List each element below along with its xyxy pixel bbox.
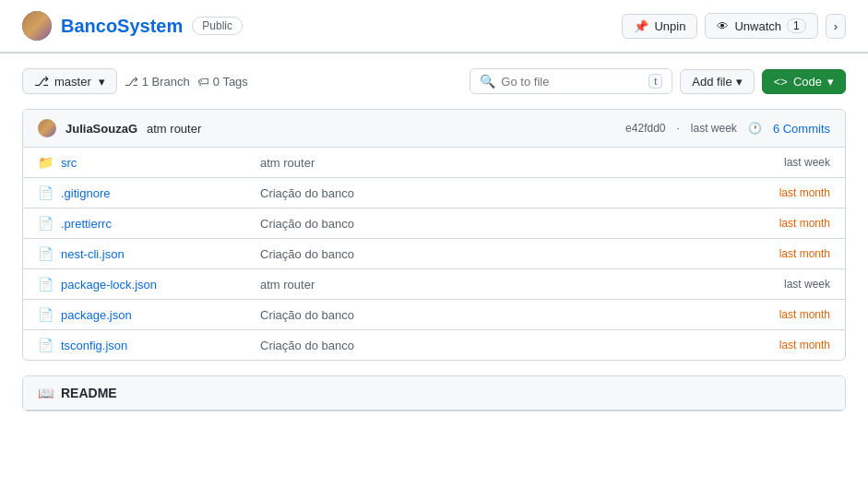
file-name-link[interactable]: package.json	[61, 308, 245, 322]
repo-header: BancoSystem Public 📌 Unpin 👁 Unwatch 1 ›	[0, 0, 868, 53]
file-commit-msg: atm router	[245, 156, 756, 170]
book-icon: 📖	[38, 386, 54, 400]
file-name-link[interactable]: tsconfig.json	[61, 339, 245, 352]
commit-header: JuliaSouzaG atm router e42fdd0 · last we…	[23, 110, 845, 148]
file-commit-msg: Criação do banco	[245, 217, 756, 231]
readme-label: README	[61, 386, 117, 400]
search-icon: 🔍	[480, 74, 495, 89]
readme-section: 📖 README	[22, 375, 846, 411]
branch-count-icon: ⎇	[125, 75, 138, 89]
commit-avatar	[38, 119, 56, 137]
add-file-button[interactable]: Add file ▾	[680, 69, 754, 94]
commit-hash[interactable]: e42fdd0	[625, 122, 665, 135]
file-time: last month	[756, 186, 830, 199]
file-time: last week	[756, 156, 830, 169]
file-icon: 📄	[38, 307, 54, 322]
clock-icon: 🕐	[748, 122, 762, 135]
tags-link[interactable]: 🏷 0 Tags	[197, 75, 248, 89]
file-icon: 📄	[38, 277, 54, 292]
search-kbd: t	[648, 74, 662, 89]
code-button[interactable]: <> Code ▾	[762, 69, 846, 94]
chevron-down-icon: ▾	[99, 75, 105, 89]
table-row: 📄 package.json Criação do banco last mon…	[23, 300, 845, 330]
file-icon: 📄	[38, 216, 54, 231]
file-toolbar: ⎇ master ▾ ⎇ 1 Branch 🏷 0 Tags 🔍 t Add f…	[0, 54, 868, 109]
chevron-down-icon: ▾	[736, 75, 743, 89]
file-commit-msg: Criação do banco	[245, 186, 756, 200]
file-name-link[interactable]: .gitignore	[61, 186, 245, 200]
toolbar-right: 🔍 t Add file ▾ <> Code ▾	[470, 68, 846, 94]
commits-link[interactable]: 6 Commits	[773, 122, 830, 136]
header-actions: 📌 Unpin 👁 Unwatch 1 ›	[622, 13, 846, 39]
file-table: JuliaSouzaG atm router e42fdd0 · last we…	[22, 109, 846, 361]
file-commit-msg: atm router	[245, 278, 756, 292]
repo-info: BancoSystem Public	[22, 11, 243, 41]
table-row: 📄 package-lock.json atm router last week	[23, 269, 845, 300]
folder-icon: 📁	[38, 155, 54, 170]
toolbar-left: ⎇ master ▾ ⎇ 1 Branch 🏷 0 Tags	[22, 68, 248, 94]
file-time: last month	[756, 339, 830, 351]
search-box[interactable]: 🔍 t	[470, 68, 672, 94]
file-time: last week	[756, 278, 830, 291]
file-commit-msg: Criação do banco	[245, 339, 756, 352]
chevron-down-icon: ›	[834, 19, 838, 33]
file-name-link[interactable]: package-lock.json	[61, 278, 245, 292]
tag-icon: 🏷	[197, 75, 209, 89]
file-name-link[interactable]: nest-cli.json	[61, 247, 245, 261]
table-row: 📁 src atm router last week	[23, 148, 845, 178]
file-name-link[interactable]: .prettierrc	[61, 217, 245, 231]
file-icon: 📄	[38, 338, 54, 352]
commit-time: last week	[691, 122, 737, 135]
commit-user[interactable]: JuliaSouzaG	[65, 122, 137, 136]
branch-icon: ⎇	[34, 74, 49, 89]
file-icon: 📄	[38, 185, 54, 200]
file-time: last month	[756, 308, 830, 321]
table-row: 📄 .gitignore Criação do banco last month	[23, 178, 845, 208]
eye-icon: 👁	[717, 19, 729, 33]
code-icon: <>	[774, 75, 788, 89]
commit-meta: e42fdd0 · last week 🕐 6 Commits	[625, 122, 830, 136]
repo-name[interactable]: BancoSystem	[61, 16, 183, 37]
table-row: 📄 nest-cli.json Criação do banco last mo…	[23, 239, 845, 269]
table-row: 📄 tsconfig.json Criação do banco last mo…	[23, 330, 845, 360]
branches-link[interactable]: ⎇ 1 Branch	[125, 75, 190, 89]
readme-header: 📖 README	[23, 376, 845, 411]
unpin-button[interactable]: 📌 Unpin	[622, 14, 697, 39]
branch-selector[interactable]: ⎇ master ▾	[22, 68, 117, 94]
visibility-badge: Public	[192, 17, 243, 35]
commit-message: atm router	[147, 122, 201, 136]
file-commit-msg: Criação do banco	[245, 308, 756, 322]
watch-count: 1	[787, 18, 806, 33]
search-input[interactable]	[501, 75, 643, 89]
file-time: last month	[756, 247, 830, 260]
separator: ·	[677, 122, 680, 135]
table-row: 📄 .prettierrc Criação do banco last mont…	[23, 208, 845, 239]
file-name-link[interactable]: src	[61, 156, 245, 170]
file-icon: 📄	[38, 246, 54, 261]
pin-icon: 📌	[634, 19, 648, 33]
chevron-down-icon: ▾	[827, 75, 834, 89]
more-button[interactable]: ›	[826, 14, 846, 39]
avatar	[22, 11, 52, 41]
page-header: BancoSystem Public 📌 Unpin 👁 Unwatch 1 ›…	[0, 0, 868, 411]
file-time: last month	[756, 217, 830, 230]
unwatch-button[interactable]: 👁 Unwatch 1	[705, 13, 817, 39]
file-commit-msg: Criação do banco	[245, 247, 756, 261]
